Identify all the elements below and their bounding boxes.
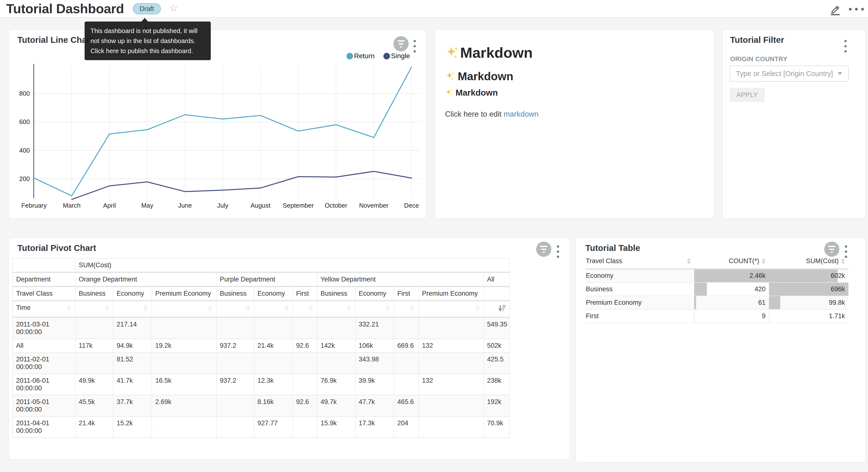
table-row: Economy2.46k602k [585, 269, 848, 283]
star-icon[interactable]: ☆ [169, 2, 178, 14]
sort-icon[interactable]: ↓↑ [346, 303, 352, 312]
sparkles-icon [445, 89, 453, 97]
pivot-cell: 76.9k [317, 374, 355, 395]
sort-icon[interactable]: ↓↑ [384, 303, 391, 312]
pivot-row-label: 2011-04-01 00:00:00 [13, 416, 75, 438]
markdown-h1-text: Markdown [460, 44, 533, 61]
markdown-paragraph: Click here to edit markdown [445, 110, 539, 119]
sum-cost-cell: 602k [769, 269, 848, 283]
pivot-cell [152, 318, 216, 339]
pivot-cell: 81.52 [113, 353, 152, 374]
sort-icon[interactable]: ↓↑ [66, 304, 72, 312]
pivot-class-header: Economy [355, 287, 394, 301]
pivot-class-header: Business [317, 287, 355, 301]
edit-pencil-icon[interactable] [829, 3, 842, 16]
pivot-cell: 343.98 [355, 353, 394, 374]
pivot-cell: 21.4k [254, 339, 293, 353]
sort-icon[interactable] [762, 259, 766, 264]
pivot-cell: 106k [355, 339, 394, 353]
pivot-row: 2011-03-01 00:00:00217.14332.21549.35 [13, 318, 509, 339]
data-bar [769, 296, 780, 309]
pivot-time-header: Time↓↑ [13, 301, 75, 318]
pivot-sort-cell: ↓↑ [113, 301, 152, 318]
pivot-cell [216, 395, 254, 416]
pivot-cell [418, 318, 484, 339]
sort-icon[interactable]: ↓↑ [283, 303, 289, 312]
draft-tooltip: This dashboard is not published, it will… [85, 22, 211, 60]
pivot-table: SUM(Cost)DepartmentOrange DepartmentPurp… [12, 258, 510, 438]
column-header-sum-cost[interactable]: SUM(Cost) [769, 255, 848, 269]
sort-icon[interactable]: ↓↑ [474, 303, 480, 312]
pivot-sort-cell: ↓↑ [418, 301, 484, 318]
page-title: Tutorial Dashboard [6, 1, 124, 16]
pivot-cell: 2.69k [152, 395, 216, 416]
pivot-row-label: All [13, 339, 75, 353]
origin-country-select[interactable]: Type or Select [Origin Country] [730, 65, 849, 82]
table-row: First91.71k [585, 309, 848, 323]
pivot-cell: 238k [484, 374, 509, 395]
pivot-department-header: Orange Department [75, 272, 216, 287]
pivot-sort-cell: ↓↑ [317, 301, 355, 318]
pivot-cell [418, 416, 484, 438]
pivot-sort-cell [484, 301, 509, 318]
draft-badge[interactable]: Draft [133, 3, 161, 14]
pivot-cell: 217.14 [113, 318, 152, 339]
sum-cost-cell: 1.71k [769, 309, 848, 323]
pivot-class-header: Premium Economy [418, 287, 484, 301]
sort-icon[interactable]: ↓↑ [207, 303, 213, 312]
column-header-travel-class[interactable]: Travel Class [585, 255, 694, 269]
pivot-cell: 49.7k [317, 395, 355, 416]
column-header-count[interactable]: COUNT(*) [694, 255, 769, 269]
filter-indicator-icon[interactable] [824, 242, 839, 257]
line-chart: 200400600800FebruaryMarchAprilMayJuneJul… [9, 30, 427, 219]
table-card: Tutorial Table Travel Class COUNT(*) SUM… [576, 238, 866, 462]
sort-icon[interactable]: ↓↑ [308, 303, 314, 312]
pivot-cell: 502k [484, 339, 509, 353]
sort-icon[interactable] [687, 259, 691, 264]
pivot-metric-header: SUM(Cost) [75, 259, 509, 272]
pivot-cell [152, 353, 216, 374]
count-cell: 2.46k [694, 269, 769, 283]
kebab-menu-icon[interactable] [556, 244, 560, 259]
pivot-cell [293, 318, 317, 339]
kebab-menu-icon[interactable] [843, 39, 848, 54]
pivot-cell: 117k [75, 339, 113, 353]
sort-icon[interactable]: ↓↑ [245, 303, 251, 312]
sort-descending-icon[interactable] [498, 304, 506, 314]
pivot-cell [254, 353, 293, 374]
sum-cost-cell: 99.8k [769, 296, 848, 309]
apply-button[interactable]: APPLY [730, 88, 765, 102]
pivot-cell [293, 353, 317, 374]
svg-text:June: June [178, 202, 192, 209]
pivot-class-header [484, 287, 509, 301]
pivot-cell: 41.7k [113, 374, 152, 395]
pivot-cell [418, 353, 484, 374]
pivot-sort-cell: ↓↑ [216, 301, 254, 318]
pivot-cell: 465.6 [394, 395, 418, 416]
markdown-link[interactable]: markdown [504, 110, 539, 118]
filter-indicator-icon[interactable] [536, 242, 551, 257]
more-menu-icon[interactable] [849, 8, 864, 10]
pivot-cell: 142k [317, 339, 355, 353]
pivot-cell [216, 318, 254, 339]
sort-icon[interactable] [841, 259, 845, 264]
pivot-cell: 94.9k [113, 339, 152, 353]
sort-icon[interactable]: ↓↑ [104, 303, 110, 312]
svg-text:600: 600 [19, 118, 30, 125]
origin-country-label: ORIGIN COUNTRY [730, 55, 787, 63]
pivot-cell [75, 318, 113, 339]
count-cell: 9 [694, 309, 769, 323]
select-placeholder: Type or Select [Origin Country] [736, 70, 835, 78]
svg-text:400: 400 [19, 147, 30, 154]
sort-icon[interactable]: ↓↑ [143, 303, 148, 312]
pivot-cell [216, 416, 254, 438]
pivot-cell [394, 318, 418, 339]
filter-card: Tutorial Filter ORIGIN COUNTRY Type or S… [722, 30, 866, 219]
markdown-h1: Markdown [445, 44, 533, 61]
sparkles-icon [445, 71, 456, 82]
sort-icon[interactable]: ↓↑ [409, 303, 415, 312]
pivot-col-dim-label: Travel Class [13, 287, 75, 301]
pivot-class-header: First [394, 287, 418, 301]
travel-class-cell: Premium Economy [585, 296, 694, 309]
pivot-cell [254, 318, 293, 339]
